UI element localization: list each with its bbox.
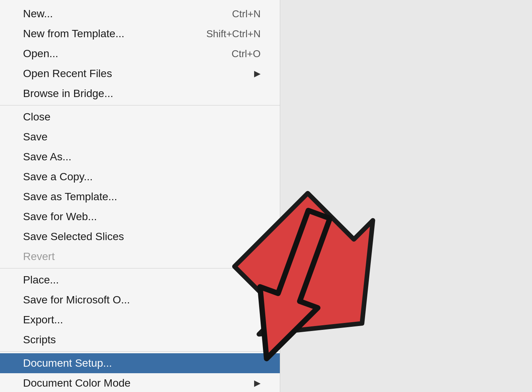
menu-item-shortcut-open: Ctrl+O: [231, 48, 261, 60]
menu-item-new-from-template[interactable]: New from Template...Shift+Ctrl+N: [0, 24, 280, 44]
menu-item-label-browse-in-bridge: Browse in Bridge...: [23, 87, 261, 100]
menu-item-shortcut-new-from-template: Shift+Ctrl+N: [206, 28, 261, 40]
menu-item-shortcut-new: Ctrl+N: [232, 8, 261, 20]
menu-item-save-as[interactable]: Save As...: [0, 147, 280, 167]
menu-item-open[interactable]: Open...Ctrl+O: [0, 44, 280, 64]
svg-marker-0: [223, 184, 415, 376]
menu-item-label-open-recent-files: Open Recent Files: [23, 68, 254, 80]
menu-divider: [0, 105, 280, 105]
submenu-arrow-icon: ▶: [254, 69, 261, 79]
menu-item-close[interactable]: Close: [0, 107, 280, 127]
menu-item-label-open: Open...: [23, 48, 216, 60]
menu-item-browse-in-bridge[interactable]: Browse in Bridge...: [0, 84, 280, 104]
submenu-arrow-icon: ▶: [254, 378, 261, 388]
menu-item-label-document-color-mode: Document Color Mode: [23, 377, 254, 389]
menu-item-label-save-as: Save As...: [23, 151, 261, 163]
annotation-arrow: [223, 184, 415, 376]
menu-item-open-recent-files[interactable]: Open Recent Files▶: [0, 64, 280, 84]
menu-item-label-new: New...: [23, 8, 217, 20]
menu-item-label-save-a-copy: Save a Copy...: [23, 171, 261, 183]
menu-item-new[interactable]: New...Ctrl+N: [0, 4, 280, 24]
menu-item-label-close: Close: [23, 111, 261, 123]
menu-item-label-new-from-template: New from Template...: [23, 28, 191, 40]
menu-item-save[interactable]: Save: [0, 127, 280, 147]
menu-item-label-save: Save: [23, 131, 261, 143]
menu-item-document-color-mode[interactable]: Document Color Mode▶: [0, 373, 280, 392]
